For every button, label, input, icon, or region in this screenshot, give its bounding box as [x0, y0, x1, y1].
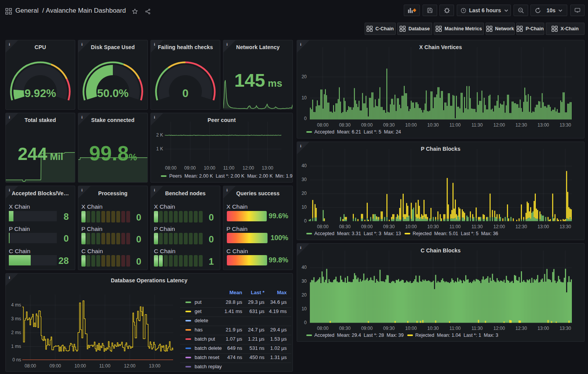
svg-text:9.92%: 9.92%: [25, 87, 56, 99]
svg-text:50.0%: 50.0%: [97, 87, 129, 99]
svg-text:0: 0: [182, 87, 188, 99]
